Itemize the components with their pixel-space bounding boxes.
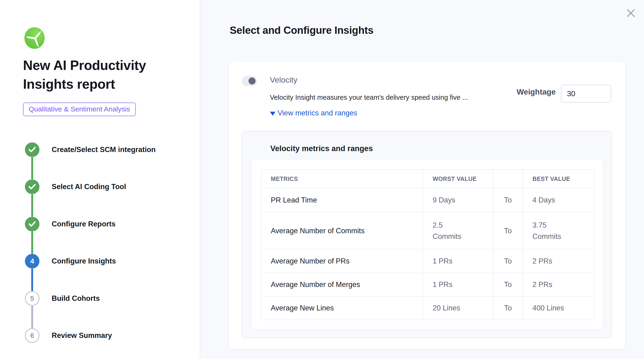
metrics-table-card: METRICS WORST VALUE BEST VALUE PR Lead T… [252,160,603,330]
insight-description: Velocity Insight measures your team's de… [270,94,468,101]
metric-value: 4 Days [523,188,594,212]
sidebar-step-4[interactable]: 4Configure Insights [25,254,116,268]
metric-value: 2 PRs [523,273,594,296]
step-label: Configure Insights [52,257,116,265]
velocity-insight-card: Velocity Velocity Insight measures your … [228,61,626,349]
col-header-best-value: BEST VALUE [523,170,594,188]
step-label: Configure Reports [52,220,116,228]
step-connector [31,157,33,179]
insight-name: Velocity [270,75,297,84]
velocity-metrics-panel: Velocity metrics and ranges METRICS WORS… [242,131,612,338]
metric-name: Average Number of Merges [261,273,423,296]
step-label: Create/Select SCM integration [52,145,156,154]
step-number: 4 [25,254,40,268]
metric-value: 2 PRs [523,249,594,273]
wizard-stepper: Create/Select SCM integrationSelect AI C… [0,0,200,359]
metric-value: 3.75 Commits [523,212,594,249]
metric-to: To [493,273,523,296]
sidebar-step-3[interactable]: Configure Reports [25,217,116,231]
sidebar-step-1[interactable]: Create/Select SCM integration [25,142,156,157]
metric-value: 1 PRs [423,249,493,273]
view-metrics-link[interactable]: View metrics and ranges [270,109,357,117]
weightage-label: Weightage [517,87,556,96]
caret-down-icon [270,112,276,116]
table-row: Average Number of PRs1 PRsTo2 PRs [261,249,594,273]
insights-dialog: Select and Configure Insights Velocity V… [201,0,644,359]
table-row: Average Number of Commits2.5 CommitsTo3.… [261,212,594,249]
metrics-table: METRICS WORST VALUE BEST VALUE PR Lead T… [261,169,594,320]
weightage-input[interactable] [561,85,611,102]
table-row: Average Number of Merges1 PRsTo2 PRs [261,273,594,296]
metric-value: 9 Days [423,188,493,212]
metric-to: To [493,249,523,273]
toggle-knob [248,77,256,84]
check-icon [25,142,40,157]
metric-name: PR Lead Time [261,188,423,212]
sidebar-step-6[interactable]: 6Review Summary [25,328,112,343]
metric-to: To [493,296,523,320]
dialog-title: Select and Configure Insights [230,24,374,36]
table-header-row: METRICS WORST VALUE BEST VALUE [261,170,594,188]
metric-to: To [493,188,523,212]
col-header-metrics: METRICS [261,170,423,188]
sidebar-step-5[interactable]: 5Build Cohorts [25,291,100,306]
velocity-toggle[interactable] [242,76,257,86]
step-connector [31,231,33,254]
metrics-table-body: PR Lead Time9 DaysTo4 DaysAverage Number… [261,188,594,320]
col-header-spacer [493,170,523,188]
step-label: Review Summary [52,331,112,340]
step-label: Select AI Coding Tool [52,183,126,191]
metric-name: Average Number of Commits [261,212,423,249]
step-number: 6 [25,328,40,343]
close-icon[interactable] [625,7,637,19]
check-icon [25,217,40,231]
step-connector [31,268,33,291]
metric-value: 1 PRs [423,273,493,296]
step-label: Build Cohorts [52,294,100,303]
col-header-worst-value: WORST VALUE [423,170,493,188]
metric-value: 20 Lines [423,296,493,320]
wizard-sidebar: New AI Productivity Insights report Qual… [0,0,200,359]
step-number: 5 [25,291,40,306]
metrics-panel-heading: Velocity metrics and ranges [270,144,373,153]
table-row: PR Lead Time9 DaysTo4 Days [261,188,594,212]
step-connector [31,306,33,328]
check-icon [25,179,40,194]
metric-name: Average Number of PRs [261,249,423,273]
metric-value: 2.5 Commits [423,212,493,249]
view-metrics-link-label: View metrics and ranges [278,109,357,117]
metric-to: To [493,212,523,249]
metric-value: 400 Lines [523,296,594,320]
table-row: Average New Lines20 LinesTo400 Lines [261,296,594,320]
step-connector [31,194,33,217]
metric-name: Average New Lines [261,296,423,320]
sidebar-step-2[interactable]: Select AI Coding Tool [25,179,126,194]
